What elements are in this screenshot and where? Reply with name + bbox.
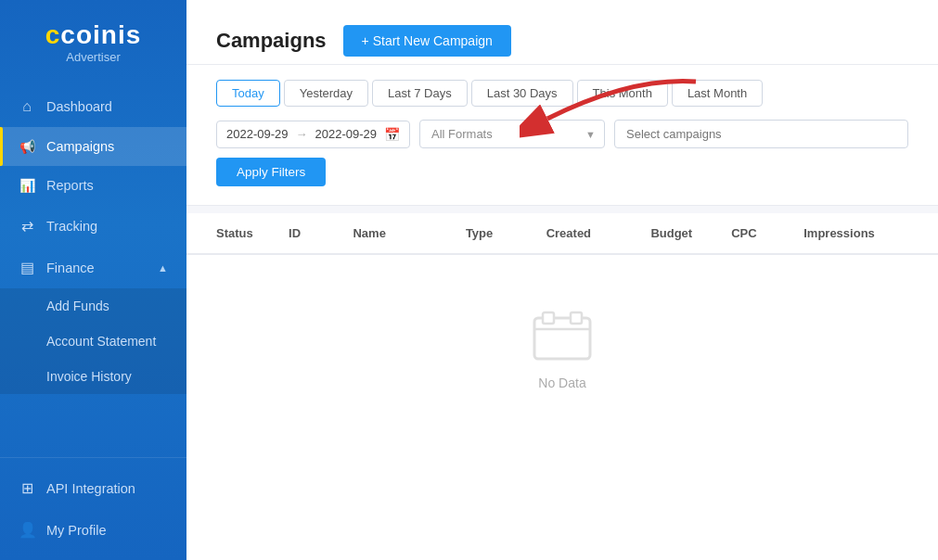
- sidebar-item-label: Campaigns: [46, 139, 168, 154]
- tab-last-month[interactable]: Last Month: [672, 80, 763, 107]
- sidebar-item-label: Tracking: [46, 219, 168, 234]
- table-header: Status ID Name Type Created Budget CPC I…: [186, 213, 938, 255]
- sidebar-item-reports[interactable]: 📊 Reports: [0, 166, 186, 205]
- filters-section: Today Yesterday Last 7 Days Last 30 Days…: [186, 65, 938, 206]
- logo: ccoinis: [19, 20, 168, 50]
- col-header-cpc: CPC: [731, 226, 803, 240]
- apply-filters-button[interactable]: Apply Filters: [216, 158, 326, 186]
- svg-rect-2: [571, 312, 582, 324]
- no-data-label: No Data: [538, 375, 585, 390]
- tab-last30days[interactable]: Last 30 Days: [471, 80, 573, 107]
- main-content: Campaigns + Start New Campaign Today Yes…: [186, 0, 938, 560]
- sidebar-item-label: Dashboard: [46, 99, 168, 114]
- tab-this-month[interactable]: This Month: [577, 80, 668, 107]
- filter-row: 2022-09-29 → 2022-09-29 📅 All Formats ▼ …: [216, 120, 908, 186]
- col-header-status: Status: [216, 226, 289, 240]
- sidebar-item-add-funds[interactable]: Add Funds: [0, 288, 186, 324]
- chevron-up-icon: ▲: [158, 262, 168, 274]
- arrow-icon: →: [296, 127, 308, 141]
- format-select-wrapper: All Formats ▼: [419, 120, 605, 148]
- sidebar-item-my-profile[interactable]: 👤 My Profile: [0, 509, 186, 551]
- col-header-name: Name: [353, 226, 465, 240]
- sidebar-item-label: API Integration: [46, 481, 168, 496]
- no-data-icon: [530, 311, 595, 366]
- sidebar-item-account-statement[interactable]: Account Statement: [0, 324, 186, 359]
- finance-icon: ▤: [19, 259, 35, 276]
- campaign-select-input[interactable]: [614, 120, 908, 148]
- tracking-icon: ⇄: [19, 217, 35, 235]
- logo-dot: c: [45, 20, 61, 49]
- col-header-created: Created: [546, 226, 651, 240]
- sidebar-item-label: My Profile: [46, 523, 168, 538]
- calendar-icon: 📅: [384, 127, 400, 142]
- sidebar-bottom: ⊞ API Integration 👤 My Profile: [0, 457, 186, 560]
- start-campaign-button[interactable]: + Start New Campaign: [343, 25, 511, 57]
- page-title: Campaigns: [216, 29, 327, 53]
- sidebar-nav: ⌂ Dashboard 📢 Campaigns 📊 Reports ⇄ Trac…: [0, 83, 186, 457]
- campaigns-table: Status ID Name Type Created Budget CPC I…: [186, 213, 938, 560]
- sidebar-item-finance: ▤ Finance ▲ Add Funds Account Statement …: [0, 247, 186, 394]
- col-header-type: Type: [466, 226, 546, 240]
- logo-area: ccoinis Advertiser: [0, 0, 186, 83]
- date-tabs: Today Yesterday Last 7 Days Last 30 Days…: [216, 80, 908, 107]
- date-from: 2022-09-29: [226, 127, 289, 141]
- sidebar-item-campaigns[interactable]: 📢 Campaigns: [0, 127, 186, 166]
- tab-yesterday[interactable]: Yesterday: [284, 80, 368, 107]
- tab-last7days[interactable]: Last 7 Days: [372, 80, 468, 107]
- date-to: 2022-09-29: [315, 127, 378, 141]
- profile-icon: 👤: [19, 521, 35, 539]
- sidebar-item-dashboard[interactable]: ⌂ Dashboard: [0, 86, 186, 127]
- page-header: Campaigns + Start New Campaign: [186, 0, 938, 65]
- sidebar: ccoinis Advertiser ⌂ Dashboard 📢 Campaig…: [0, 0, 186, 560]
- finance-submenu: Add Funds Account Statement Invoice Hist…: [0, 288, 186, 394]
- finance-nav-item[interactable]: ▤ Finance ▲: [0, 247, 186, 288]
- sidebar-item-label: Finance: [46, 261, 147, 275]
- date-range-picker[interactable]: 2022-09-29 → 2022-09-29 📅: [216, 121, 410, 148]
- api-icon: ⊞: [19, 479, 35, 497]
- sidebar-item-invoice-history[interactable]: Invoice History: [0, 359, 186, 394]
- reports-icon: 📊: [19, 178, 35, 193]
- col-header-id: ID: [289, 226, 353, 240]
- role-label: Advertiser: [19, 50, 168, 64]
- tab-today[interactable]: Today: [216, 80, 280, 107]
- sidebar-item-tracking[interactable]: ⇄ Tracking: [0, 205, 186, 247]
- no-data-state: No Data: [186, 255, 938, 427]
- sidebar-item-label: Reports: [46, 178, 168, 193]
- col-header-impressions: Impressions: [803, 226, 908, 240]
- col-header-budget: Budget: [650, 226, 731, 240]
- home-icon: ⌂: [19, 98, 35, 115]
- campaigns-icon: 📢: [19, 139, 35, 154]
- sidebar-item-api-integration[interactable]: ⊞ API Integration: [0, 467, 186, 509]
- svg-rect-1: [543, 312, 554, 324]
- format-select[interactable]: All Formats: [419, 120, 605, 148]
- main-body: Today Yesterday Last 7 Days Last 30 Days…: [186, 65, 938, 560]
